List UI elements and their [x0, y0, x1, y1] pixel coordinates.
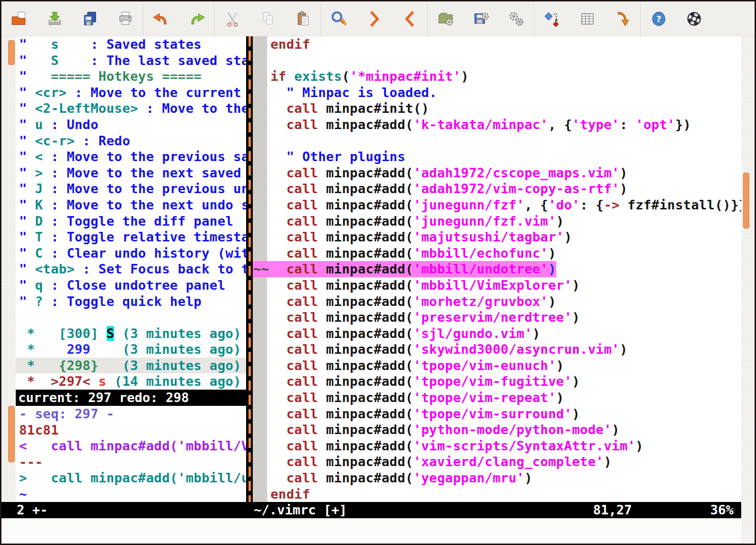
code-line[interactable]: ---: [16, 454, 246, 470]
code-line[interactable]: " Other plugins: [253, 149, 741, 165]
code-line[interactable]: call minpac#add('skywind3000/asyncrun.vi…: [253, 341, 741, 358]
code-line[interactable]: " K : Move to the next undo st: [16, 197, 246, 213]
code-line[interactable]: endif: [253, 486, 741, 502]
code-line[interactable]: " < : Move to the previous sav: [16, 149, 246, 165]
find-replace-button[interactable]: [321, 3, 356, 34]
code-line[interactable]: " <2-LeftMouse> : Move to the c: [16, 100, 246, 117]
toolbar-group: [428, 1, 534, 36]
code-line[interactable]: call minpac#add('yegappan/mru'): [253, 470, 741, 486]
svg-text:?: ?: [656, 14, 661, 24]
redo-button[interactable]: [179, 3, 214, 34]
code-line[interactable]: " T : Toggle relative timestam: [16, 229, 246, 245]
code-line[interactable]: endif: [253, 36, 741, 53]
save-session-button[interactable]: [463, 3, 498, 34]
load-session-button[interactable]: [428, 3, 463, 34]
left-scrollbar-thumb-undotree[interactable]: [8, 40, 15, 65]
code-line[interactable]: call minpac#add('mbbill/VimExplorer'): [253, 277, 741, 294]
code-line[interactable]: " ? : Toggle quick help: [16, 294, 246, 310]
code-line[interactable]: call minpac#add('vim-scripts/SyntaxAttr.…: [253, 438, 741, 454]
code-line[interactable]: " D : Toggle the diff panel: [16, 213, 246, 229]
print-button[interactable]: [108, 3, 143, 34]
code-line[interactable]: call minpac#add('junegunn/fzf', {'do': {…: [253, 197, 741, 213]
left-scrollbar[interactable]: [1, 36, 16, 502]
code-line[interactable]: call minpac#add('tpope/vim-repeat'): [253, 390, 741, 406]
open-button[interactable]: [1, 3, 37, 34]
code-line[interactable]: call minpac#add('k-takata/minpac', {'typ…: [253, 117, 741, 133]
code-line[interactable]: * [300] S (3 minutes ago): [16, 326, 246, 342]
paste-button[interactable]: [285, 3, 321, 34]
undo-button[interactable]: [143, 3, 179, 34]
file-name-label: ~/.vimrc [+]: [254, 502, 347, 518]
code-line[interactable]: call minpac#add('junegunn/fzf.vim'): [253, 213, 741, 229]
code-line[interactable]: call minpac#add('python-mode/python-mode…: [253, 422, 741, 438]
code-line[interactable]: call minpac#add('sjl/gundo.vim'): [253, 326, 741, 342]
code-line[interactable]: > call minpac#add('mbbill/un: [16, 470, 246, 486]
code-line[interactable]: * 299 (3 minutes ago): [16, 341, 246, 358]
code-line[interactable]: call minpac#add('preservim/nerdtree'): [253, 309, 741, 326]
code-line[interactable]: call minpac#add('morhetz/gruvbox'): [253, 294, 741, 310]
code-line[interactable]: " J : Move to the previous und: [16, 181, 246, 197]
command-line[interactable]: [1, 518, 741, 544]
code-line[interactable]: " s : Saved states: [16, 36, 246, 53]
code-line[interactable]: if exists('*minpac#init'): [253, 68, 741, 85]
save-session-icon: [472, 10, 490, 28]
run-ctags-button[interactable]: [570, 3, 605, 34]
code-line[interactable]: ~~ call minpac#add('mbbill/undotree'): [253, 261, 741, 277]
find-next-button[interactable]: [356, 3, 392, 34]
editor-area: " s : Saved states" S : The last saved s…: [1, 36, 755, 544]
tag-jump-icon: [614, 10, 632, 28]
toolbar-group: [321, 1, 427, 36]
save-button[interactable]: [37, 3, 72, 34]
cut-button[interactable]: [215, 3, 250, 34]
find-help-button[interactable]: [676, 3, 712, 34]
save-all-button[interactable]: [72, 3, 108, 34]
tag-jump-button[interactable]: [605, 3, 640, 34]
diff-panel[interactable]: - seq: 297 -81c81< call minpac#add('mbbi…: [16, 406, 246, 502]
code-line[interactable]: " <cr> : Move to the current s: [16, 85, 246, 101]
code-line[interactable]: " C : Clear undo history (with: [16, 245, 246, 262]
run-script-icon: [508, 10, 525, 28]
make-button[interactable]: [534, 3, 570, 34]
code-line[interactable]: call minpac#init(): [253, 100, 741, 117]
code-line[interactable]: call minpac#add('tpope/vim-eunuch'): [253, 358, 741, 374]
run-script-button[interactable]: [498, 3, 534, 34]
copy-button[interactable]: [250, 3, 285, 34]
code-line[interactable]: " <tab> : Set Focus back to th: [16, 261, 246, 277]
toolbar-group: [215, 1, 321, 36]
code-line[interactable]: 81c81: [16, 422, 246, 438]
code-line[interactable]: " q : Close undotree panel: [16, 277, 246, 294]
code-line[interactable]: " ===== Hotkeys =====: [16, 68, 246, 85]
code-line[interactable]: call minpac#add('majutsushi/tagbar'): [253, 229, 741, 245]
code-line[interactable]: call minpac#add('adah1972/vim-copy-as-rt…: [253, 181, 741, 197]
help-icon: ?: [650, 10, 668, 28]
code-line[interactable]: call minpac#add('tpope/vim-fugitive'): [253, 373, 741, 390]
window-separator[interactable]: [246, 36, 253, 518]
code-line[interactable]: [16, 309, 246, 326]
code-line[interactable]: ~: [16, 486, 246, 502]
code-line[interactable]: " <c-r> : Redo: [16, 133, 246, 149]
run-ctags-icon: [579, 10, 596, 28]
code-line[interactable]: < call minpac#add('mbbill/Vi: [16, 438, 246, 454]
code-line[interactable]: call minpac#add('adah1972/cscope_maps.vi…: [253, 165, 741, 181]
separator-dashes: [248, 36, 251, 518]
code-line[interactable]: * {298} (3 minutes ago): [16, 358, 246, 374]
code-line[interactable]: call minpac#add('tpope/vim-surround'): [253, 406, 741, 422]
right-scrollbar[interactable]: [741, 36, 755, 544]
code-line[interactable]: " u : Undo: [16, 117, 246, 133]
save-icon: [46, 10, 64, 28]
code-line[interactable]: " Minpac is loaded.: [253, 85, 741, 101]
code-line[interactable]: " S : The last saved state: [16, 53, 246, 69]
right-scrollbar-thumb[interactable]: [743, 173, 749, 229]
undotree-panel[interactable]: " s : Saved states" S : The last saved s…: [16, 36, 246, 390]
code-line[interactable]: [253, 53, 741, 69]
find-prev-button[interactable]: [392, 3, 427, 34]
left-scrollbar-thumb-diff[interactable]: [8, 406, 15, 462]
code-line[interactable]: * >297< s (14 minutes ago): [16, 373, 246, 390]
code-line[interactable]: " > : Move to the next saved s: [16, 165, 246, 181]
help-button[interactable]: ?: [641, 3, 676, 34]
vimrc-buffer[interactable]: endifif exists('*minpac#init') " Minpac …: [253, 36, 741, 502]
code-line[interactable]: - seq: 297 -: [16, 406, 246, 422]
code-line[interactable]: call minpac#add('xavierd/clang_complete'…: [253, 454, 741, 470]
code-line[interactable]: call minpac#add('mbbill/echofunc'): [253, 245, 741, 262]
code-line[interactable]: [253, 133, 741, 149]
